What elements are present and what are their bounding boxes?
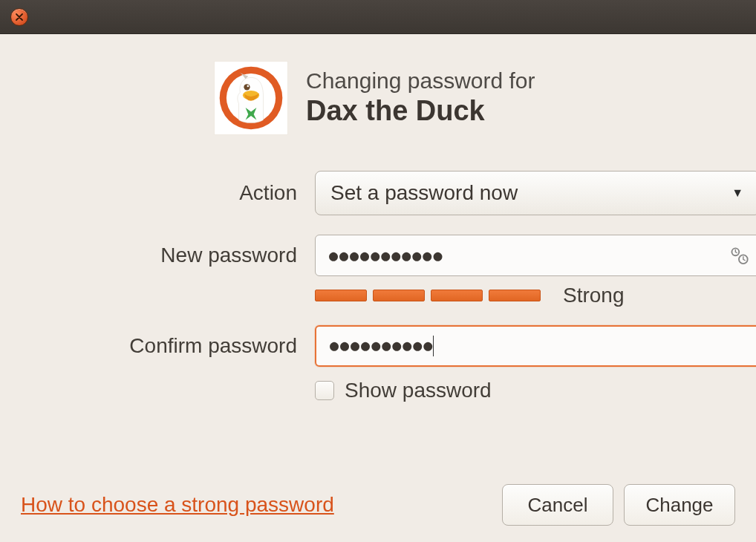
new-password-label: New password [21,244,299,267]
duck-avatar-icon [217,64,285,132]
dialog-title-block: Changing password for Dax the Duck [306,68,535,128]
show-password-label[interactable]: Show password [345,379,492,402]
change-button[interactable]: Change [624,484,735,526]
strength-segment [315,290,367,301]
strength-segment [489,290,541,301]
user-avatar [214,61,288,135]
action-combobox[interactable]: Set a password now ▼ [315,171,756,215]
svg-point-3 [244,84,250,90]
dialog-footer: How to choose a strong password Cancel C… [21,484,735,526]
text-cursor [433,336,434,356]
dialog-username: Dax the Duck [306,94,535,128]
chevron-down-icon: ▼ [731,186,743,200]
action-label: Action [21,181,299,205]
form: Action Set a password now ▼ New password… [21,171,735,402]
action-selected-value: Set a password now [330,181,518,205]
generate-password-icon[interactable] [729,245,749,266]
dialog-header: Changing password for Dax the Duck [214,61,735,135]
dialog-subtitle: Changing password for [306,68,535,93]
strength-segment [431,290,483,301]
help-link[interactable]: How to choose a strong password [21,493,334,517]
titlebar [0,0,756,34]
confirm-password-input[interactable]: ●●●●●●●●●● [315,325,756,367]
password-strength-row: Strong [315,284,756,307]
password-strength-text: Strong [563,284,625,307]
password-strength-meter [315,290,541,301]
confirm-password-mask: ●●●●●●●●●● [330,336,749,356]
cancel-button[interactable]: Cancel [502,484,613,526]
dialog-content: Changing password for Dax the Duck Actio… [0,34,756,402]
show-password-checkbox[interactable] [315,381,334,400]
strength-segment [373,290,425,301]
confirm-password-label: Confirm password [21,334,299,358]
new-password-mask: ●●●●●●●●●●● [329,246,729,264]
new-password-input[interactable]: ●●●●●●●●●●● [315,235,756,276]
close-icon [16,13,23,21]
window-close-button[interactable] [10,8,28,26]
button-group: Cancel Change [502,484,735,526]
svg-point-4 [247,85,250,88]
